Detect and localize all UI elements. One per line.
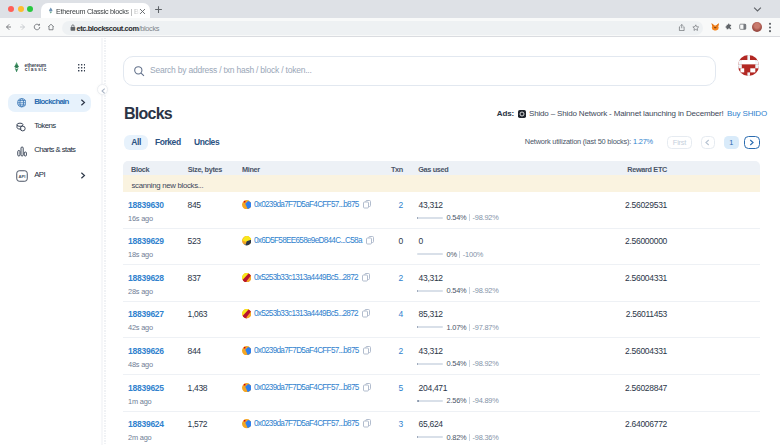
- svg-text:API: API: [18, 173, 25, 178]
